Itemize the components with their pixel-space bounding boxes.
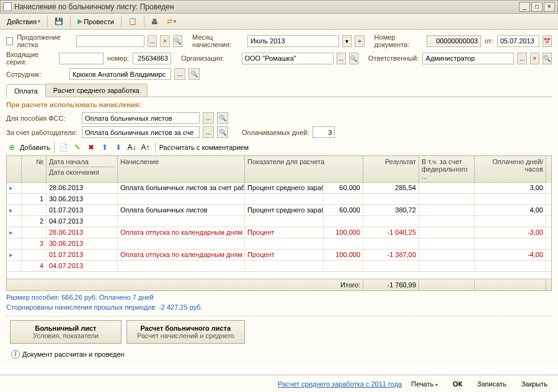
employer-select[interactable]: ...: [203, 126, 214, 138]
innum-input[interactable]: [133, 53, 171, 64]
window-title: Начисление по больничному листу: Проведе…: [14, 2, 518, 11]
resp-input[interactable]: [422, 53, 514, 64]
print-button[interactable]: Печать ▾: [405, 378, 443, 390]
continuation-open[interactable]: 🔍: [173, 35, 182, 47]
continuation-clear[interactable]: ×: [160, 35, 169, 47]
employer-open[interactable]: 🔍: [217, 126, 228, 138]
employer-label: За счет работодателя:: [6, 129, 78, 136]
col-start[interactable]: Дата начала: [49, 158, 115, 165]
date-input[interactable]: [497, 35, 539, 47]
status-text: Документ рассчитан и проведен: [22, 351, 125, 358]
section-title: При расчете использовать начисления:: [6, 101, 552, 108]
org-open[interactable]: 🔍: [349, 53, 358, 64]
save-icon[interactable]: 💾: [51, 15, 66, 28]
month-input[interactable]: [247, 35, 339, 47]
titlebar: Начисление по больничному листу: Проведе…: [0, 0, 558, 14]
continuation-select[interactable]: ...: [148, 35, 157, 47]
org-select[interactable]: ...: [337, 53, 346, 64]
docnum-input[interactable]: [427, 35, 481, 47]
sort-asc-icon[interactable]: A↓: [126, 142, 138, 153]
table-row[interactable]: ▸28.06.2013Оплата отпуска по календарным…: [7, 227, 551, 238]
save-button[interactable]: Записать: [472, 378, 512, 390]
info-line-2: Сторнированы начисления прошлых периодов…: [6, 303, 552, 311]
grid-body[interactable]: ▸28.06.2013Оплата больничных листов за с…: [7, 183, 551, 279]
table-row[interactable]: 204.07.2013: [7, 216, 551, 227]
sort-desc-icon[interactable]: A↑: [140, 142, 151, 153]
emp-label: Сотрудник:: [6, 71, 66, 78]
month-dropdown[interactable]: ▾: [342, 35, 352, 47]
ot-label: от:: [485, 37, 494, 45]
inseries-label: Входящие серия:: [6, 51, 55, 66]
tab-payment[interactable]: Оплата: [6, 84, 46, 97]
delete-row-icon[interactable]: ✖: [86, 142, 97, 153]
total-label: Итого:: [7, 279, 363, 290]
innum-label: номер:: [107, 54, 129, 62]
close-doc-button[interactable]: Закрыть: [516, 378, 553, 390]
close-button[interactable]: ×: [544, 2, 555, 12]
minimize-button[interactable]: _: [519, 2, 530, 12]
fss-select[interactable]: ...: [203, 112, 214, 124]
print-icon[interactable]: 🖶: [148, 15, 161, 28]
maximize-button[interactable]: □: [531, 2, 542, 12]
calc-sick-button[interactable]: Расчет больничного листа Расчет начислен…: [126, 320, 245, 344]
total-value: -1 760,99: [363, 279, 419, 290]
add-row-button[interactable]: ⊕: [6, 142, 17, 153]
ok-button[interactable]: ОК: [447, 378, 467, 390]
resp-label: Ответственный:: [368, 54, 419, 62]
month-label: Месяц начисления:: [192, 33, 244, 48]
docnum-label: Номер документа:: [374, 33, 423, 48]
recalc-button[interactable]: Рассчитать с комментарием: [159, 144, 249, 151]
tab-average[interactable]: Расчет среднего заработка: [45, 84, 148, 97]
info-icon: i: [11, 350, 20, 359]
table-row[interactable]: ▸01.07.2013Оплата больничных листовПроце…: [7, 205, 551, 216]
footer: Расчет среднего заработка с 2011 года Пе…: [0, 375, 558, 392]
provesti-button[interactable]: ▶Провести: [74, 15, 117, 28]
resp-clear[interactable]: ×: [530, 53, 539, 64]
resp-select[interactable]: ...: [517, 53, 526, 64]
add-row-label[interactable]: Добавить: [20, 144, 50, 151]
col-days[interactable]: Оплачено дней/часов: [475, 156, 546, 183]
col-end[interactable]: Дата окончания: [49, 167, 115, 176]
fss-label: Для пособия ФСС:: [6, 115, 78, 122]
org-label: Организация:: [181, 54, 224, 62]
resp-open[interactable]: 🔍: [542, 53, 552, 64]
inseries-input[interactable]: [59, 53, 104, 64]
copy-row-icon[interactable]: 📄: [58, 142, 69, 153]
col-fed[interactable]: В т.ч. за счет федерального ...: [419, 156, 475, 183]
month-spinner[interactable]: ÷: [355, 35, 364, 47]
col-res[interactable]: Результат: [363, 156, 419, 183]
footer-link[interactable]: Расчет среднего заработка с 2011 года: [278, 380, 402, 388]
edit-row-icon[interactable]: ✎: [72, 142, 83, 153]
continuation-input[interactable]: [76, 35, 144, 47]
sick-list-button[interactable]: Больничный лист Условия, показатели: [10, 320, 122, 344]
date-picker[interactable]: 📅: [542, 35, 552, 47]
move-down-icon[interactable]: ⬇: [113, 142, 124, 153]
emp-input[interactable]: [69, 68, 171, 80]
continuation-checkbox[interactable]: [6, 37, 13, 45]
actions-menu[interactable]: Действия▾: [4, 15, 43, 28]
table-row[interactable]: ▸01.07.2013Оплата отпуска по календарным…: [7, 250, 551, 261]
col-calc[interactable]: Начисление: [118, 156, 245, 183]
fss-input[interactable]: [82, 112, 200, 124]
paid-days-input[interactable]: [312, 126, 335, 138]
tabs: Оплата Расчет среднего заработка: [6, 84, 552, 97]
basis-icon[interactable]: 📋: [125, 15, 140, 28]
emp-open[interactable]: 🔍: [188, 68, 200, 80]
window-icon: [3, 2, 12, 11]
table-row[interactable]: 330.06.2013: [7, 238, 551, 250]
goto-icon[interactable]: ⇄▾: [164, 15, 179, 28]
org-input[interactable]: [242, 53, 334, 64]
toolbar: Действия▾ 💾 ▶Провести 📋 🖶 ⇄▾: [0, 14, 558, 30]
info-line-1: Размер пособия: 666,26 руб. Оплачено 7 д…: [6, 294, 552, 301]
col-num[interactable]: №: [22, 156, 46, 183]
fss-open[interactable]: 🔍: [217, 112, 228, 124]
paid-days-label: Оплачиваемых дней:: [242, 129, 309, 136]
col-ind[interactable]: Показатели для расчета: [245, 156, 363, 183]
table-toolbar: ⊕ Добавить 📄 ✎ ✖ ⬆ ⬇ A↓ A↑ Рассчитать с …: [6, 142, 552, 153]
table-row[interactable]: 404.07.2013: [7, 261, 551, 272]
table-row[interactable]: 130.06.2013: [7, 194, 551, 205]
employer-input[interactable]: [82, 126, 200, 138]
emp-select[interactable]: ...: [174, 68, 185, 80]
move-up-icon[interactable]: ⬆: [99, 142, 110, 153]
table-row[interactable]: ▸28.06.2013Оплата больничных листов за с…: [7, 183, 551, 194]
